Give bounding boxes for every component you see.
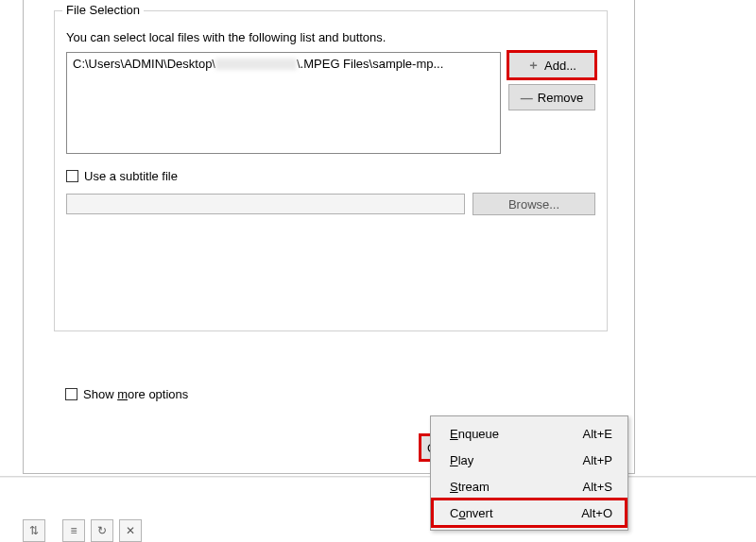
minus-icon: —	[521, 91, 532, 105]
add-button[interactable]: ＋ Add...	[508, 52, 595, 78]
bottom-toolbar: ⇅ ≡ ↻ ✕	[23, 519, 142, 542]
file-selection-legend: File Selection	[62, 3, 144, 17]
menu-item-label: Play	[450, 453, 473, 467]
file-path-entry[interactable]: C:\Users\ADMIN\Desktop\\.MPEG Files\samp…	[73, 57, 443, 71]
menu-item-shortcut: Alt+P	[583, 453, 612, 467]
toolbar-button-4[interactable]: ✕	[119, 519, 142, 542]
plus-icon: ＋	[527, 57, 539, 74]
redacted-segment	[215, 59, 297, 70]
subtitle-checkbox[interactable]	[66, 170, 78, 182]
subtitle-path-field[interactable]	[66, 194, 465, 214]
menu-item-label: Enqueue	[450, 427, 499, 441]
toolbar-button-2[interactable]: ≡	[62, 519, 85, 542]
outer-window-frame: File Selection You can select local file…	[23, 0, 635, 474]
remove-button-label: Remove	[538, 91, 583, 105]
open-media-dialog: File Selection You can select local file…	[44, 0, 617, 416]
more-options-checkbox[interactable]	[65, 388, 77, 400]
file-selection-hint: You can select local files with the foll…	[66, 30, 595, 44]
file-list[interactable]: C:\Users\ADMIN\Desktop\\.MPEG Files\samp…	[66, 52, 501, 154]
subtitle-checkbox-label: Use a subtitle file	[84, 169, 178, 183]
browse-button-label: Browse...	[508, 197, 559, 212]
menu-item-shortcut: Alt+O	[581, 506, 612, 520]
menu-item-label: Stream	[450, 480, 490, 494]
toolbar-button-3[interactable]: ↻	[91, 519, 113, 542]
convert-dropdown-menu: Enqueue Alt+E Play Alt+P Stream Alt+S Co…	[430, 415, 628, 531]
menu-item-shortcut: Alt+E	[583, 427, 612, 441]
menu-item-convert[interactable]: Convert Alt+O	[433, 500, 626, 526]
window-divider	[0, 476, 756, 478]
menu-item-enqueue[interactable]: Enqueue Alt+E	[433, 420, 626, 447]
menu-item-shortcut: Alt+S	[583, 480, 612, 494]
file-selection-group: File Selection You can select local file…	[54, 10, 608, 331]
browse-button[interactable]: Browse...	[472, 193, 595, 215]
show-more-options[interactable]: Show more options	[65, 387, 188, 401]
toolbar-button-1[interactable]: ⇅	[23, 519, 45, 542]
menu-item-stream[interactable]: Stream Alt+S	[433, 473, 626, 500]
more-options-label: Show more options	[83, 387, 188, 401]
menu-item-play[interactable]: Play Alt+P	[433, 447, 626, 473]
remove-button[interactable]: — Remove	[508, 84, 595, 110]
menu-item-label: Convert	[450, 506, 493, 520]
add-button-label: Add...	[544, 59, 576, 73]
